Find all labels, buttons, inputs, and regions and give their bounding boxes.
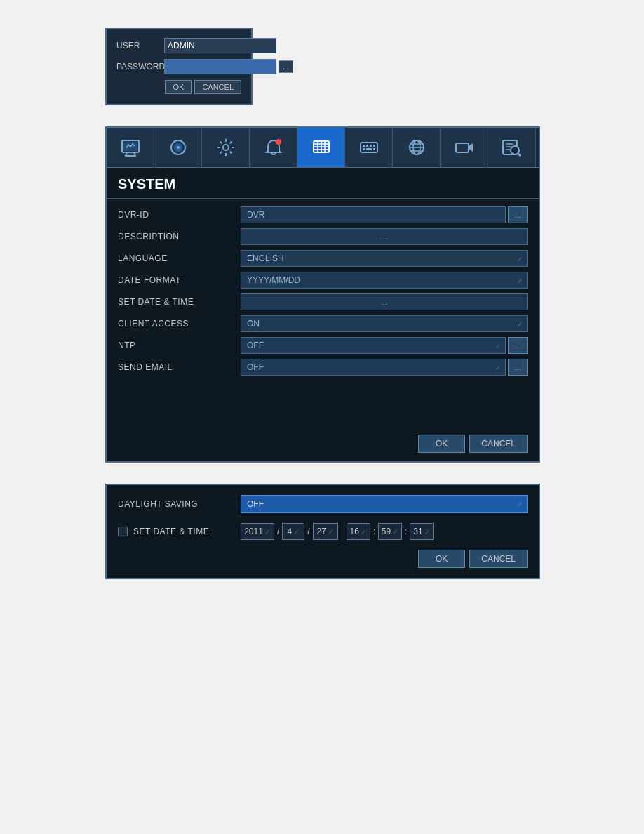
alarm-icon — [263, 137, 284, 158]
daylight-saving-value[interactable]: OFF ⟋ — [241, 495, 528, 513]
tab-camera[interactable] — [441, 128, 488, 167]
send-email-field-wrapper: OFF ⟋ ... — [241, 359, 528, 376]
svg-point-33 — [511, 146, 519, 154]
set-datetime-label-group: SET DATE & TIME — [118, 527, 241, 536]
date-format-arrow-icon: ⟋ — [516, 277, 523, 284]
tab-network[interactable] — [297, 128, 345, 167]
ntp-label: NTP — [118, 340, 241, 350]
dvr-id-dots-button[interactable]: ... — [508, 206, 528, 223]
password-label: PASSWORD — [116, 62, 164, 72]
sep1: / — [276, 527, 281, 536]
set-datetime-value: ... — [241, 293, 528, 310]
system-cancel-button[interactable]: CANCEL — [469, 435, 528, 453]
language-value[interactable]: ENGLISH ⟋ — [241, 250, 528, 267]
minute-arrow-icon: ⟋ — [392, 528, 398, 535]
login-cancel-button[interactable]: CANCEL — [194, 80, 241, 94]
month-field[interactable]: 4 ⟋ — [282, 523, 304, 540]
set-datetime-full-row: SET DATE & TIME 2011 ⟋ / 4 ⟋ / 27 ⟋ 16 ⟋… — [118, 523, 528, 540]
svg-rect-21 — [373, 145, 375, 147]
daylight-saving-label: DAYLIGHT SAVING — [118, 499, 241, 509]
tab-display[interactable] — [107, 128, 154, 167]
dvr-id-field-wrapper: DVR ... — [241, 206, 528, 223]
send-email-dots-button[interactable]: ... — [508, 359, 528, 376]
daylight-saving-arrow-icon: ⟋ — [516, 501, 523, 508]
user-label: USER — [116, 41, 164, 51]
svg-rect-20 — [370, 145, 372, 147]
language-row: LANGUAGE ENGLISH ⟋ — [118, 249, 528, 267]
description-label: DESCRIPTION — [118, 232, 241, 241]
set-datetime-row-label: SET DATE & TIME — [133, 527, 209, 536]
dvr-id-label: DVR-ID — [118, 210, 241, 220]
second-field[interactable]: 31 ⟋ — [410, 523, 434, 540]
ntp-arrow-icon: ⟋ — [495, 342, 502, 350]
set-datetime-row: SET DATE & TIME ... — [118, 293, 528, 311]
send-email-row: SEND EMAIL OFF ⟋ ... — [118, 358, 528, 376]
svg-rect-22 — [363, 148, 365, 150]
login-button-row: OK CANCEL — [116, 80, 241, 94]
ntp-value[interactable]: OFF ⟋ — [241, 337, 506, 354]
day-field[interactable]: 27 ⟋ — [313, 523, 338, 540]
ntp-field-wrapper: OFF ⟋ ... — [241, 337, 528, 354]
user-row: USER — [116, 38, 241, 53]
settings-icon — [215, 137, 236, 158]
daylight-button-row: OK CANCEL — [118, 550, 528, 568]
svg-line-34 — [518, 154, 521, 157]
client-access-value[interactable]: ON ⟋ — [241, 315, 528, 332]
ntp-row: NTP OFF ⟋ ... — [118, 336, 528, 355]
month-arrow-icon: ⟋ — [293, 528, 300, 535]
minute-field[interactable]: 59 ⟋ — [378, 523, 402, 540]
datetime-time-row: 2011 ⟋ / 4 ⟋ / 27 ⟋ 16 ⟋ : 59 ⟋ : — [241, 523, 528, 540]
tab-bar — [107, 128, 539, 168]
system-dialog: SYSTEM DVR-ID DVR ... DESCRIPTION ... LA… — [105, 126, 540, 463]
send-email-value[interactable]: OFF ⟋ — [241, 359, 506, 376]
language-label: LANGUAGE — [118, 253, 241, 263]
hour-field[interactable]: 16 ⟋ — [347, 523, 370, 540]
tab-internet[interactable] — [393, 128, 441, 167]
ntp-dots-button[interactable]: ... — [508, 337, 528, 354]
send-email-arrow-icon: ⟋ — [495, 364, 502, 371]
svg-rect-30 — [456, 143, 469, 152]
internet-icon — [406, 137, 427, 158]
description-row: DESCRIPTION ... — [118, 227, 528, 246]
daylight-ok-button[interactable]: OK — [418, 550, 465, 568]
date-format-value[interactable]: YYYY/MM/DD ⟋ — [241, 272, 528, 289]
record-icon — [168, 137, 189, 158]
tab-keyboard[interactable] — [345, 128, 393, 167]
daylight-cancel-button[interactable]: CANCEL — [469, 550, 528, 568]
svg-point-8 — [223, 145, 229, 150]
dvr-id-value: DVR — [241, 206, 506, 223]
svg-rect-17 — [361, 143, 377, 152]
password-input[interactable] — [164, 59, 276, 74]
send-email-label: SEND EMAIL — [118, 362, 241, 372]
camera-icon — [454, 137, 475, 158]
login-ok-button[interactable]: OK — [165, 80, 192, 94]
set-datetime-checkbox[interactable] — [118, 527, 128, 536]
system-ok-button[interactable]: OK — [418, 435, 465, 453]
hour-arrow-icon: ⟋ — [361, 528, 367, 535]
svg-point-9 — [276, 139, 281, 145]
daylight-saving-row: DAYLIGHT SAVING OFF ⟋ — [118, 495, 528, 513]
tab-alarm[interactable] — [250, 128, 297, 167]
svg-rect-24 — [373, 148, 375, 150]
user-input[interactable] — [164, 38, 276, 53]
svg-point-7 — [177, 146, 180, 149]
svg-rect-19 — [366, 145, 368, 147]
tab-search[interactable] — [488, 128, 536, 167]
sep4: : — [372, 527, 377, 536]
sep2: / — [306, 527, 311, 536]
description-value: ... — [241, 228, 528, 245]
system-title: SYSTEM — [107, 168, 539, 199]
language-arrow-icon: ⟋ — [516, 255, 523, 263]
year-field[interactable]: 2011 ⟋ — [241, 523, 274, 540]
password-dots-button[interactable]: ... — [279, 60, 293, 73]
daylight-dialog: DAYLIGHT SAVING OFF ⟋ SET DATE & TIME 20… — [105, 484, 540, 579]
year-arrow-icon: ⟋ — [264, 528, 271, 535]
dvr-id-row: DVR-ID DVR ... — [118, 206, 528, 224]
sep5: : — [403, 527, 408, 536]
search-icon — [502, 137, 523, 158]
tab-settings[interactable] — [202, 128, 250, 167]
tab-record[interactable] — [154, 128, 202, 167]
client-access-arrow-icon: ⟋ — [516, 320, 523, 328]
login-dialog: USER PASSWORD ... OK CANCEL — [105, 28, 253, 105]
date-format-label: DATE FORMAT — [118, 275, 241, 285]
